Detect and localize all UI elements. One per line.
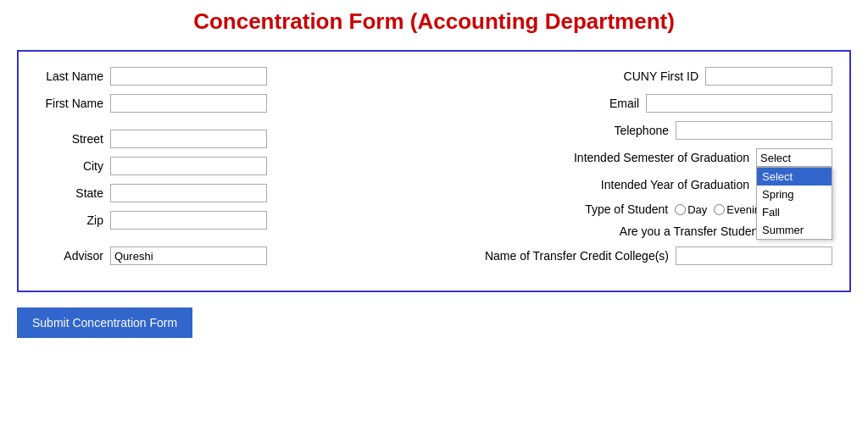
right-column: CUNY First ID Email Telephone Intended S… [434,67,832,274]
last-name-label: Last Name [36,69,103,83]
state-label: State [36,186,103,200]
form-grid: Last Name First Name Street City State [36,67,832,274]
state-input[interactable] [110,184,267,202]
street-label: Street [36,132,103,146]
type-day-label[interactable]: Day [675,203,707,216]
semester-dropdown-wrapper: Select Spring Fall Summer Select Spring … [756,148,832,167]
last-name-row: Last Name [36,67,409,86]
first-name-label: First Name [36,97,103,110]
semester-row: Intended Semester of Graduation Select S… [442,148,832,167]
advisor-label: Advisor [36,249,103,263]
cuny-id-label: CUNY First ID [624,69,698,83]
dropdown-option-summer[interactable]: Summer [757,221,832,239]
transfer-college-label: Name of Transfer Credit College(s) [485,249,669,263]
form-container: Last Name First Name Street City State [17,50,851,292]
transfer-label: Are you a Transfer Student [620,224,761,238]
telephone-label: Telephone [614,124,669,137]
email-input[interactable] [646,94,832,113]
telephone-input[interactable] [676,121,832,140]
dropdown-option-spring[interactable]: Spring [757,186,832,203]
cuny-id-input[interactable] [705,67,832,86]
first-name-input[interactable] [110,94,267,113]
page-title: Concentration Form (Accounting Departmen… [17,8,851,35]
type-day-radio[interactable] [675,204,686,215]
email-label: Email [609,97,639,110]
last-name-input[interactable] [110,67,267,86]
street-input[interactable] [110,130,267,148]
transfer-college-row: Name of Transfer Credit College(s) [442,246,832,265]
zip-label: Zip [36,213,103,227]
semester-dropdown-list: Select Spring Fall Summer [756,167,832,240]
advisor-row: Advisor [36,246,409,265]
advisor-input[interactable] [110,246,267,265]
semester-label: Intended Semester of Graduation [574,151,749,164]
type-day-text: Day [687,203,707,216]
email-row: Email [442,94,832,113]
cuny-id-row: CUNY First ID [442,67,832,86]
type-evening-radio[interactable] [714,204,725,215]
city-input[interactable] [110,157,267,175]
submit-button[interactable]: Submit Concentration Form [17,307,192,338]
type-student-label: Type of Student [585,202,668,216]
zip-row: Zip [36,211,409,230]
street-row: Street [36,130,409,148]
first-name-row: First Name [36,94,409,113]
dropdown-option-select[interactable]: Select [757,168,832,186]
city-label: City [36,159,103,173]
transfer-college-input[interactable] [676,246,832,265]
left-column: Last Name First Name Street City State [36,67,434,274]
semester-select[interactable]: Select Spring Fall Summer [756,148,832,167]
zip-input[interactable] [110,211,267,230]
city-row: City [36,157,409,175]
state-row: State [36,184,409,202]
year-label: Intended Year of Graduation [601,178,749,191]
telephone-row: Telephone [442,121,832,140]
dropdown-option-fall[interactable]: Fall [757,203,832,221]
